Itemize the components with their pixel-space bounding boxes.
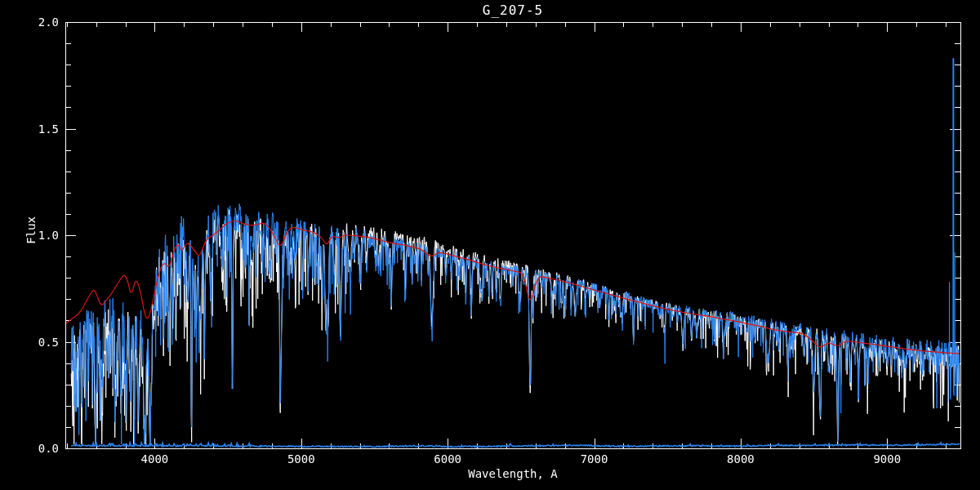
x-tick-label: 7000 [581, 452, 608, 466]
spectrum-plot-window: G_207-5 Wavelength, A Flux 4000500060007… [0, 0, 980, 490]
x-axis-tick-labels: 400050006000700080009000 [0, 452, 980, 467]
y-axis-tick-labels: 0.00.51.01.52.0 [0, 0, 60, 490]
y-tick-label: 1.0 [38, 229, 59, 242]
y-tick-label: 0.5 [38, 336, 59, 349]
y-tick-label: 1.5 [38, 122, 59, 136]
x-tick-label: 8000 [727, 452, 755, 466]
plot-title: G_207-5 [65, 2, 960, 18]
x-tick-label: 6000 [434, 452, 461, 466]
x-tick-label: 4000 [141, 452, 169, 466]
x-axis-label: Wavelength, A [65, 467, 960, 480]
y-tick-label: 0.0 [38, 442, 59, 455]
y-tick-label: 2.0 [38, 16, 59, 29]
x-tick-label: 5000 [287, 452, 315, 466]
spectrum-plot-canvas [0, 0, 980, 490]
x-tick-label: 9000 [873, 452, 901, 466]
